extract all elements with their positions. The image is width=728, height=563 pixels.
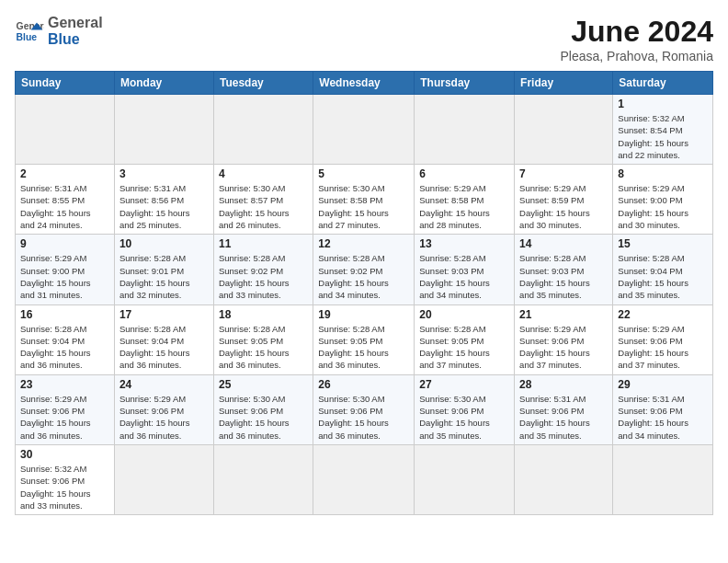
day-info: Sunrise: 5:28 AM Sunset: 9:02 PM Dayligh…	[219, 252, 308, 301]
day-cell	[16, 95, 115, 165]
day-info: Sunrise: 5:31 AM Sunset: 8:55 PM Dayligh…	[20, 182, 109, 231]
day-number: 24	[119, 378, 209, 391]
day-info: Sunrise: 5:29 AM Sunset: 9:06 PM Dayligh…	[20, 393, 109, 442]
day-cell: 12Sunrise: 5:28 AM Sunset: 9:02 PM Dayli…	[313, 235, 415, 304]
day-cell: 22Sunrise: 5:29 AM Sunset: 9:06 PM Dayli…	[613, 304, 713, 374]
week-row-2: 9Sunrise: 5:29 AM Sunset: 9:00 PM Daylig…	[16, 235, 713, 304]
day-cell	[213, 444, 313, 514]
day-number: 23	[20, 378, 109, 391]
day-number: 11	[219, 237, 308, 250]
day-number: 4	[219, 167, 308, 180]
weekday-header-wednesday: Wednesday	[313, 72, 415, 95]
day-cell: 24Sunrise: 5:29 AM Sunset: 9:06 PM Dayli…	[114, 374, 213, 444]
day-cell: 15Sunrise: 5:28 AM Sunset: 9:04 PM Dayli…	[613, 235, 713, 304]
weekday-header-monday: Monday	[114, 72, 213, 95]
day-number: 26	[318, 378, 409, 391]
day-cell: 8Sunrise: 5:29 AM Sunset: 9:00 PM Daylig…	[613, 165, 713, 235]
day-number: 6	[419, 167, 509, 180]
day-number: 12	[318, 237, 409, 250]
header: General Blue General Blue June 2024 Plea…	[15, 15, 713, 63]
week-row-0: 1Sunrise: 5:32 AM Sunset: 8:54 PM Daylig…	[16, 95, 713, 165]
day-number: 9	[20, 237, 109, 250]
day-cell: 2Sunrise: 5:31 AM Sunset: 8:55 PM Daylig…	[16, 165, 115, 235]
day-number: 16	[20, 308, 109, 321]
day-number: 1	[618, 98, 708, 110]
logo: General Blue General Blue	[15, 15, 103, 48]
day-info: Sunrise: 5:29 AM Sunset: 8:58 PM Dayligh…	[419, 182, 509, 231]
day-cell	[213, 95, 313, 165]
day-number: 13	[419, 237, 509, 250]
day-number: 10	[119, 237, 209, 250]
day-number: 20	[419, 308, 509, 321]
day-cell	[515, 95, 613, 165]
day-cell: 1Sunrise: 5:32 AM Sunset: 8:54 PM Daylig…	[613, 95, 713, 165]
day-cell: 14Sunrise: 5:28 AM Sunset: 9:03 PM Dayli…	[515, 235, 613, 304]
day-info: Sunrise: 5:28 AM Sunset: 9:03 PM Dayligh…	[419, 252, 509, 301]
day-cell: 17Sunrise: 5:28 AM Sunset: 9:04 PM Dayli…	[114, 304, 213, 374]
day-info: Sunrise: 5:30 AM Sunset: 9:06 PM Dayligh…	[219, 393, 308, 442]
day-number: 30	[20, 448, 109, 461]
day-info: Sunrise: 5:32 AM Sunset: 8:54 PM Dayligh…	[618, 112, 708, 161]
day-cell: 11Sunrise: 5:28 AM Sunset: 9:02 PM Dayli…	[213, 235, 313, 304]
day-info: Sunrise: 5:28 AM Sunset: 9:02 PM Dayligh…	[318, 252, 409, 301]
day-cell: 25Sunrise: 5:30 AM Sunset: 9:06 PM Dayli…	[213, 374, 313, 444]
day-cell: 18Sunrise: 5:28 AM Sunset: 9:05 PM Dayli…	[213, 304, 313, 374]
day-cell: 29Sunrise: 5:31 AM Sunset: 9:06 PM Dayli…	[613, 374, 713, 444]
day-cell: 13Sunrise: 5:28 AM Sunset: 9:03 PM Dayli…	[415, 235, 515, 304]
day-cell	[415, 95, 515, 165]
day-info: Sunrise: 5:28 AM Sunset: 9:04 PM Dayligh…	[119, 323, 209, 372]
day-cell	[313, 95, 415, 165]
day-info: Sunrise: 5:29 AM Sunset: 9:00 PM Dayligh…	[20, 252, 109, 301]
day-cell: 19Sunrise: 5:28 AM Sunset: 9:05 PM Dayli…	[313, 304, 415, 374]
calendar-subtitle: Pleasa, Prahova, Romania	[560, 49, 713, 63]
day-cell: 9Sunrise: 5:29 AM Sunset: 9:00 PM Daylig…	[16, 235, 115, 304]
day-number: 29	[618, 378, 708, 391]
day-info: Sunrise: 5:30 AM Sunset: 9:06 PM Dayligh…	[318, 393, 409, 442]
day-number: 17	[119, 308, 209, 321]
day-number: 27	[419, 378, 509, 391]
day-cell: 20Sunrise: 5:28 AM Sunset: 9:05 PM Dayli…	[415, 304, 515, 374]
logo-blue-text: Blue	[48, 31, 103, 48]
week-row-5: 30Sunrise: 5:32 AM Sunset: 9:06 PM Dayli…	[16, 444, 713, 514]
day-cell	[415, 444, 515, 514]
weekday-header-row: SundayMondayTuesdayWednesdayThursdayFrid…	[16, 72, 713, 95]
day-number: 8	[618, 167, 708, 180]
weekday-header-sunday: Sunday	[16, 72, 115, 95]
day-info: Sunrise: 5:29 AM Sunset: 9:00 PM Dayligh…	[618, 182, 708, 231]
day-info: Sunrise: 5:28 AM Sunset: 9:05 PM Dayligh…	[419, 323, 509, 372]
day-cell: 5Sunrise: 5:30 AM Sunset: 8:58 PM Daylig…	[313, 165, 415, 235]
day-cell: 27Sunrise: 5:30 AM Sunset: 9:06 PM Dayli…	[415, 374, 515, 444]
day-info: Sunrise: 5:31 AM Sunset: 9:06 PM Dayligh…	[618, 393, 708, 442]
day-number: 15	[618, 237, 708, 250]
day-info: Sunrise: 5:29 AM Sunset: 9:06 PM Dayligh…	[519, 323, 608, 372]
weekday-header-saturday: Saturday	[613, 72, 713, 95]
logo-svg: General Blue	[15, 17, 44, 46]
day-number: 3	[119, 167, 209, 180]
day-number: 19	[318, 308, 409, 321]
day-number: 21	[519, 308, 608, 321]
day-number: 14	[519, 237, 608, 250]
day-cell	[114, 95, 213, 165]
day-info: Sunrise: 5:28 AM Sunset: 9:04 PM Dayligh…	[20, 323, 109, 372]
day-cell: 7Sunrise: 5:29 AM Sunset: 8:59 PM Daylig…	[515, 165, 613, 235]
day-cell: 10Sunrise: 5:28 AM Sunset: 9:01 PM Dayli…	[114, 235, 213, 304]
day-cell: 26Sunrise: 5:30 AM Sunset: 9:06 PM Dayli…	[313, 374, 415, 444]
calendar-title: June 2024	[560, 15, 713, 49]
day-info: Sunrise: 5:29 AM Sunset: 8:59 PM Dayligh…	[519, 182, 608, 231]
day-number: 7	[519, 167, 608, 180]
day-number: 25	[219, 378, 308, 391]
day-number: 2	[20, 167, 109, 180]
day-info: Sunrise: 5:28 AM Sunset: 9:05 PM Dayligh…	[318, 323, 409, 372]
day-info: Sunrise: 5:31 AM Sunset: 8:56 PM Dayligh…	[119, 182, 209, 231]
day-cell: 30Sunrise: 5:32 AM Sunset: 9:06 PM Dayli…	[16, 444, 115, 514]
weekday-header-friday: Friday	[515, 72, 613, 95]
day-cell: 28Sunrise: 5:31 AM Sunset: 9:06 PM Dayli…	[515, 374, 613, 444]
day-cell: 3Sunrise: 5:31 AM Sunset: 8:56 PM Daylig…	[114, 165, 213, 235]
day-cell	[613, 444, 713, 514]
day-number: 28	[519, 378, 608, 391]
calendar-table: SundayMondayTuesdayWednesdayThursdayFrid…	[15, 71, 713, 515]
day-info: Sunrise: 5:30 AM Sunset: 8:57 PM Dayligh…	[219, 182, 308, 231]
day-number: 18	[219, 308, 308, 321]
day-cell: 23Sunrise: 5:29 AM Sunset: 9:06 PM Dayli…	[16, 374, 115, 444]
week-row-3: 16Sunrise: 5:28 AM Sunset: 9:04 PM Dayli…	[16, 304, 713, 374]
